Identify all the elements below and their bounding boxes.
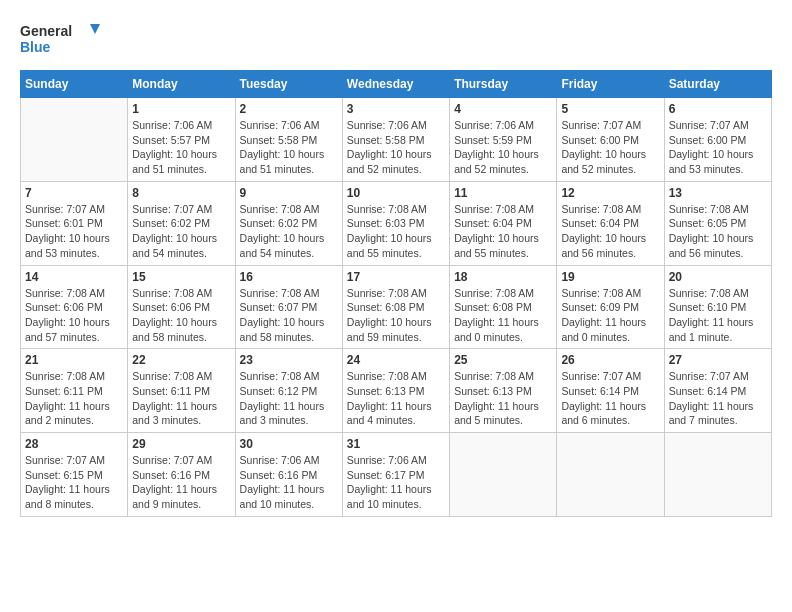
calendar-cell: 5Sunrise: 7:07 AM Sunset: 6:00 PM Daylig… [557,98,664,182]
day-number: 20 [669,270,767,284]
day-number: 10 [347,186,445,200]
weekday-header-friday: Friday [557,71,664,98]
day-info: Sunrise: 7:08 AM Sunset: 6:02 PM Dayligh… [240,202,338,261]
weekday-header-sunday: Sunday [21,71,128,98]
day-info: Sunrise: 7:07 AM Sunset: 6:15 PM Dayligh… [25,453,123,512]
calendar-cell: 8Sunrise: 7:07 AM Sunset: 6:02 PM Daylig… [128,181,235,265]
day-info: Sunrise: 7:06 AM Sunset: 6:17 PM Dayligh… [347,453,445,512]
day-info: Sunrise: 7:08 AM Sunset: 6:04 PM Dayligh… [454,202,552,261]
calendar-cell: 27Sunrise: 7:07 AM Sunset: 6:14 PM Dayli… [664,349,771,433]
day-info: Sunrise: 7:08 AM Sunset: 6:06 PM Dayligh… [25,286,123,345]
day-number: 23 [240,353,338,367]
calendar-cell: 23Sunrise: 7:08 AM Sunset: 6:12 PM Dayli… [235,349,342,433]
calendar-cell: 18Sunrise: 7:08 AM Sunset: 6:08 PM Dayli… [450,265,557,349]
day-info: Sunrise: 7:08 AM Sunset: 6:09 PM Dayligh… [561,286,659,345]
calendar-cell: 15Sunrise: 7:08 AM Sunset: 6:06 PM Dayli… [128,265,235,349]
day-info: Sunrise: 7:08 AM Sunset: 6:10 PM Dayligh… [669,286,767,345]
calendar-body: 1Sunrise: 7:06 AM Sunset: 5:57 PM Daylig… [21,98,772,517]
calendar-cell [664,433,771,517]
day-number: 27 [669,353,767,367]
day-info: Sunrise: 7:06 AM Sunset: 5:59 PM Dayligh… [454,118,552,177]
day-info: Sunrise: 7:06 AM Sunset: 6:16 PM Dayligh… [240,453,338,512]
calendar-cell: 22Sunrise: 7:08 AM Sunset: 6:11 PM Dayli… [128,349,235,433]
calendar-cell: 26Sunrise: 7:07 AM Sunset: 6:14 PM Dayli… [557,349,664,433]
day-number: 8 [132,186,230,200]
day-number: 25 [454,353,552,367]
day-number: 30 [240,437,338,451]
calendar-week-2: 7Sunrise: 7:07 AM Sunset: 6:01 PM Daylig… [21,181,772,265]
logo-icon: General Blue [20,20,100,60]
calendar-cell: 3Sunrise: 7:06 AM Sunset: 5:58 PM Daylig… [342,98,449,182]
calendar-cell: 28Sunrise: 7:07 AM Sunset: 6:15 PM Dayli… [21,433,128,517]
day-number: 7 [25,186,123,200]
day-info: Sunrise: 7:07 AM Sunset: 6:00 PM Dayligh… [669,118,767,177]
day-info: Sunrise: 7:07 AM Sunset: 6:00 PM Dayligh… [561,118,659,177]
day-number: 9 [240,186,338,200]
day-info: Sunrise: 7:07 AM Sunset: 6:16 PM Dayligh… [132,453,230,512]
calendar-week-1: 1Sunrise: 7:06 AM Sunset: 5:57 PM Daylig… [21,98,772,182]
calendar-cell: 4Sunrise: 7:06 AM Sunset: 5:59 PM Daylig… [450,98,557,182]
day-number: 22 [132,353,230,367]
day-info: Sunrise: 7:08 AM Sunset: 6:04 PM Dayligh… [561,202,659,261]
weekday-header-monday: Monday [128,71,235,98]
day-info: Sunrise: 7:07 AM Sunset: 6:14 PM Dayligh… [669,369,767,428]
calendar-cell: 24Sunrise: 7:08 AM Sunset: 6:13 PM Dayli… [342,349,449,433]
calendar-cell [21,98,128,182]
day-info: Sunrise: 7:08 AM Sunset: 6:12 PM Dayligh… [240,369,338,428]
calendar-cell [557,433,664,517]
day-info: Sunrise: 7:08 AM Sunset: 6:06 PM Dayligh… [132,286,230,345]
calendar-cell: 19Sunrise: 7:08 AM Sunset: 6:09 PM Dayli… [557,265,664,349]
day-number: 31 [347,437,445,451]
svg-marker-2 [90,24,100,34]
day-info: Sunrise: 7:07 AM Sunset: 6:01 PM Dayligh… [25,202,123,261]
weekday-header-row: SundayMondayTuesdayWednesdayThursdayFrid… [21,71,772,98]
calendar-cell: 13Sunrise: 7:08 AM Sunset: 6:05 PM Dayli… [664,181,771,265]
day-info: Sunrise: 7:08 AM Sunset: 6:11 PM Dayligh… [132,369,230,428]
day-info: Sunrise: 7:07 AM Sunset: 6:14 PM Dayligh… [561,369,659,428]
calendar-cell: 9Sunrise: 7:08 AM Sunset: 6:02 PM Daylig… [235,181,342,265]
day-number: 3 [347,102,445,116]
day-info: Sunrise: 7:07 AM Sunset: 6:02 PM Dayligh… [132,202,230,261]
calendar-cell: 30Sunrise: 7:06 AM Sunset: 6:16 PM Dayli… [235,433,342,517]
calendar-week-3: 14Sunrise: 7:08 AM Sunset: 6:06 PM Dayli… [21,265,772,349]
calendar-cell: 20Sunrise: 7:08 AM Sunset: 6:10 PM Dayli… [664,265,771,349]
day-number: 24 [347,353,445,367]
day-number: 1 [132,102,230,116]
calendar-cell: 7Sunrise: 7:07 AM Sunset: 6:01 PM Daylig… [21,181,128,265]
calendar-cell: 16Sunrise: 7:08 AM Sunset: 6:07 PM Dayli… [235,265,342,349]
day-info: Sunrise: 7:08 AM Sunset: 6:11 PM Dayligh… [25,369,123,428]
calendar-table: SundayMondayTuesdayWednesdayThursdayFrid… [20,70,772,517]
day-number: 21 [25,353,123,367]
page-header: General Blue [20,20,772,60]
day-number: 2 [240,102,338,116]
day-number: 26 [561,353,659,367]
day-info: Sunrise: 7:08 AM Sunset: 6:07 PM Dayligh… [240,286,338,345]
logo: General Blue [20,20,100,60]
weekday-header-saturday: Saturday [664,71,771,98]
calendar-cell: 21Sunrise: 7:08 AM Sunset: 6:11 PM Dayli… [21,349,128,433]
day-info: Sunrise: 7:08 AM Sunset: 6:08 PM Dayligh… [454,286,552,345]
calendar-cell: 12Sunrise: 7:08 AM Sunset: 6:04 PM Dayli… [557,181,664,265]
svg-text:Blue: Blue [20,39,51,55]
day-number: 17 [347,270,445,284]
day-number: 15 [132,270,230,284]
weekday-header-wednesday: Wednesday [342,71,449,98]
calendar-cell: 14Sunrise: 7:08 AM Sunset: 6:06 PM Dayli… [21,265,128,349]
day-number: 29 [132,437,230,451]
calendar-week-4: 21Sunrise: 7:08 AM Sunset: 6:11 PM Dayli… [21,349,772,433]
day-number: 19 [561,270,659,284]
day-number: 14 [25,270,123,284]
day-info: Sunrise: 7:08 AM Sunset: 6:08 PM Dayligh… [347,286,445,345]
day-number: 18 [454,270,552,284]
day-number: 12 [561,186,659,200]
day-number: 16 [240,270,338,284]
day-number: 4 [454,102,552,116]
calendar-cell [450,433,557,517]
calendar-week-5: 28Sunrise: 7:07 AM Sunset: 6:15 PM Dayli… [21,433,772,517]
calendar-cell: 11Sunrise: 7:08 AM Sunset: 6:04 PM Dayli… [450,181,557,265]
day-info: Sunrise: 7:06 AM Sunset: 5:58 PM Dayligh… [347,118,445,177]
calendar-header: SundayMondayTuesdayWednesdayThursdayFrid… [21,71,772,98]
svg-text:General: General [20,23,72,39]
day-number: 6 [669,102,767,116]
day-info: Sunrise: 7:06 AM Sunset: 5:57 PM Dayligh… [132,118,230,177]
